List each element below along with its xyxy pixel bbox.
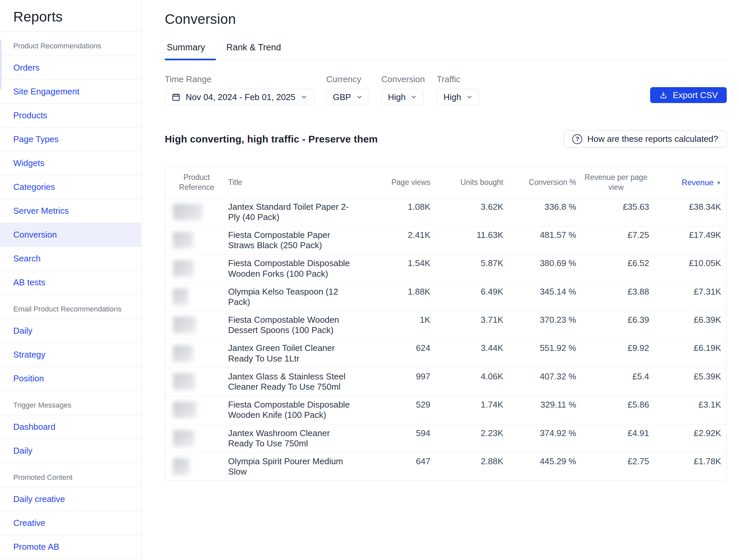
- tab-summary[interactable]: Summary: [165, 42, 207, 60]
- product-title-cell: Jantex Washroom Cleaner Ready To Use 750…: [228, 424, 367, 452]
- sidebar-group-label-email-product-recommendations: Email Product Recommendations: [0, 295, 141, 319]
- page-views-cell: 1.54K: [367, 254, 430, 283]
- reports-help-button[interactable]: ? How are these reports calculated?: [564, 131, 727, 148]
- product-reference-redacted: [165, 367, 228, 396]
- revenue-per-page-view-cell: £4.91: [576, 424, 649, 452]
- sidebar-item-daily[interactable]: Daily: [0, 439, 141, 463]
- currency-select[interactable]: GBP: [326, 89, 370, 106]
- sidebar-scrollbar[interactable]: [0, 40, 2, 89]
- sidebar-item-daily-creative[interactable]: Daily creative: [0, 488, 141, 511]
- conversion-select[interactable]: High: [381, 89, 424, 106]
- sidebar-item-position[interactable]: Position: [0, 367, 141, 391]
- conversion-pct-cell: 380.69 %: [503, 254, 576, 283]
- column-header-title: Title: [228, 167, 367, 198]
- revenue-per-page-view-cell: £5.86: [576, 396, 649, 424]
- chevron-down-icon: [411, 94, 417, 101]
- conversion-table: Product Reference Title Page views Units…: [165, 167, 726, 481]
- sidebar-item-promote-ab[interactable]: Promote AB: [0, 535, 141, 559]
- redacted-ref-block: [173, 430, 194, 447]
- traffic-select[interactable]: High: [437, 89, 479, 106]
- chevron-down-icon: [300, 94, 308, 101]
- conversion-pct-cell: 481.57 %: [503, 226, 576, 254]
- revenue-per-page-view-cell: £3.88: [576, 283, 649, 311]
- page-views-cell: 1K: [367, 311, 430, 339]
- sidebar-item-daily[interactable]: Daily: [0, 319, 141, 343]
- section-row: High converting, high traffic - Preserve…: [165, 125, 727, 153]
- product-title-cell: Fiesta Compostable Paper Straws Black (2…: [228, 226, 367, 254]
- table-row: Jantex Washroom Cleaner Ready To Use 750…: [165, 424, 726, 452]
- redacted-ref-block: [173, 204, 202, 220]
- product-reference-redacted: [165, 226, 228, 254]
- page-title: Conversion: [165, 11, 727, 27]
- sidebar-item-categories[interactable]: Categories: [0, 175, 141, 199]
- reports-sidebar: Reports Product RecommendationsOrdersSit…: [0, 0, 142, 560]
- units-bought-cell: 11.63K: [430, 226, 503, 254]
- sidebar-item-page-types[interactable]: Page Types: [0, 128, 141, 151]
- conversion-pct-cell: 345.14 %: [503, 283, 576, 311]
- product-reference-redacted: [165, 339, 228, 367]
- column-header-conversion-pct[interactable]: Conversion %: [503, 167, 576, 198]
- traffic-label: Traffic: [437, 74, 479, 84]
- conversion-label: Conversion: [381, 74, 425, 84]
- units-bought-cell: 3.62K: [430, 198, 503, 226]
- sidebar-group-label-promoted-content: Promoted Content: [0, 463, 141, 488]
- traffic-filter: Traffic High: [437, 74, 479, 106]
- table-row: Jantex Green Toilet Cleaner Ready To Use…: [165, 339, 726, 367]
- revenue-per-page-view-cell: £9.92: [576, 339, 649, 367]
- sidebar-item-conversion[interactable]: Conversion: [0, 223, 141, 247]
- product-reference-redacted: [165, 396, 228, 424]
- redacted-ref-block: [173, 345, 193, 362]
- redacted-ref-block: [173, 458, 190, 475]
- redacted-ref-block: [173, 402, 196, 418]
- table-row: Fiesta Compostable Paper Straws Black (2…: [165, 226, 726, 254]
- revenue-per-page-view-cell: £7.25: [576, 226, 649, 254]
- download-icon: [659, 91, 668, 100]
- table-body: Jantex Standard Toilet Paper 2-Ply (40 P…: [165, 198, 726, 481]
- sidebar-item-site-engagement[interactable]: Site Engagement: [0, 80, 141, 104]
- page-views-cell: 594: [367, 424, 430, 452]
- revenue-per-page-view-cell: £2.75: [576, 452, 649, 481]
- sidebar-item-dashboard[interactable]: Dashboard: [0, 415, 141, 439]
- sidebar-item-search[interactable]: Search: [0, 247, 141, 271]
- time-range-value: Nov 04, 2024 - Feb 01, 2025: [186, 92, 295, 103]
- revenue-per-page-view-cell: £6.39: [576, 311, 649, 339]
- time-range-label: Time Range: [165, 74, 314, 84]
- revenue-cell: £6.19K: [649, 339, 726, 367]
- column-header-revenue-per-page-view[interactable]: Revenue per page view: [576, 167, 649, 198]
- column-header-revenue-sorted[interactable]: Revenue▼: [649, 167, 726, 198]
- revenue-cell: £6.39K: [649, 311, 726, 339]
- export-wrap: Export CSV: [650, 74, 727, 103]
- redacted-ref-block: [173, 260, 194, 277]
- conversion-pct-cell: 551.92 %: [503, 339, 576, 367]
- tab-rank-trend[interactable]: Rank & Trend: [225, 42, 283, 60]
- sidebar-item-ab-tests[interactable]: AB tests: [0, 271, 141, 295]
- product-reference-redacted: [165, 311, 228, 339]
- sidebar-item-creative[interactable]: Creative: [0, 511, 141, 535]
- column-header-page-views[interactable]: Page views: [367, 167, 430, 198]
- sidebar-item-server-metrics[interactable]: Server Metrics: [0, 199, 141, 223]
- table-row: Olympia Spirit Pourer Medium Slow6472.88…: [165, 452, 726, 481]
- table-row: Fiesta Compostable Wooden Dessert Spoons…: [165, 311, 726, 339]
- table-header-row: Product Reference Title Page views Units…: [165, 167, 726, 198]
- column-header-units-bought[interactable]: Units bought: [430, 167, 503, 198]
- units-bought-cell: 1.74K: [430, 396, 503, 424]
- revenue-cell: £17.49K: [649, 226, 726, 254]
- export-csv-label: Export CSV: [673, 90, 718, 101]
- sidebar-item-products[interactable]: Products: [0, 104, 141, 128]
- revenue-per-page-view-cell: £6.52: [576, 254, 649, 283]
- column-header-product-reference: Product Reference: [165, 167, 228, 198]
- table-row: Jantex Glass & Stainless Steel Cleaner R…: [165, 367, 726, 396]
- revenue-cell: £5.39K: [649, 367, 726, 396]
- product-title-cell: Jantex Green Toilet Cleaner Ready To Use…: [228, 339, 367, 367]
- sidebar-group-label-trigger-messages: Trigger Messages: [0, 391, 141, 415]
- export-csv-button[interactable]: Export CSV: [650, 87, 727, 103]
- time-range-select[interactable]: Nov 04, 2024 - Feb 01, 2025: [165, 89, 314, 106]
- sidebar-title: Reports: [13, 9, 63, 25]
- sidebar-item-orders[interactable]: Orders: [0, 56, 141, 80]
- sidebar-group-label-product-recommendations: Product Recommendations: [0, 31, 141, 56]
- tab-bar: SummaryRank & Trend: [165, 42, 727, 60]
- time-range-filter: Time Range Nov 04, 2024 - Feb 01, 2025: [165, 74, 314, 106]
- sidebar-item-strategy[interactable]: Strategy: [0, 343, 141, 367]
- sidebar-item-widgets[interactable]: Widgets: [0, 151, 141, 175]
- chevron-down-icon: [356, 94, 363, 101]
